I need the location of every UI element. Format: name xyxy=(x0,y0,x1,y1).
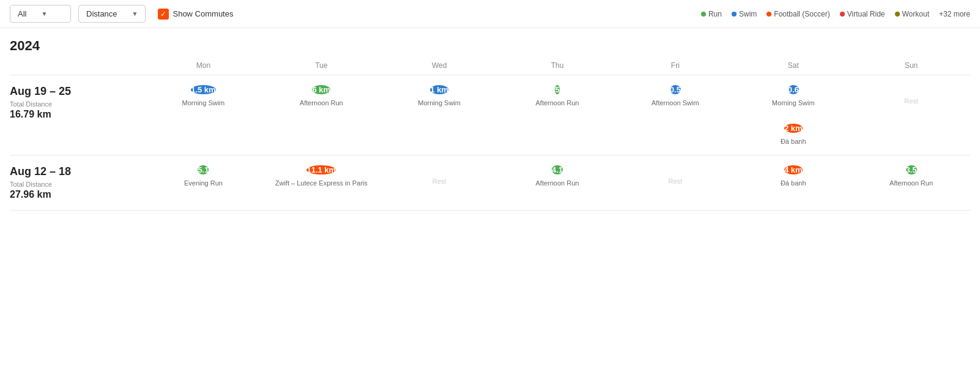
legend-dot-swim xyxy=(732,12,737,17)
chevron-down-icon: ▼ xyxy=(41,10,47,17)
day-cell-1-3: 4.1Afternoon Run xyxy=(499,165,617,187)
day-header-sat: Sat xyxy=(734,59,852,72)
day-cell-0-6: Rest xyxy=(852,85,970,105)
toolbar: All ▼ Distance ▼ ✓ Show Commutes RunSwim… xyxy=(0,0,980,28)
week-info-1: Aug 12 – 18 Total Distance 27.96 km xyxy=(10,165,144,200)
day-header-sun: Sun xyxy=(852,59,970,72)
activity-label-0-4: Afternoon Swim xyxy=(651,99,699,107)
activity-bubble-1-0[interactable]: 5.1 xyxy=(198,165,209,174)
activity-label-1-5: Đá banh xyxy=(781,179,806,187)
day-cell-0-4: 0.5Afternoon Swim xyxy=(616,85,734,107)
day-cell-1-5: 4 kmĐá banh xyxy=(734,165,852,187)
day-cell-1-0: 5.1Evening Run xyxy=(144,165,262,187)
activity-bubble-0-3[interactable]: 5 xyxy=(555,85,559,94)
day-cell-0-0: 1.5 kmMorning Swim xyxy=(144,85,262,107)
show-commutes-label: Show Commutes xyxy=(173,9,233,18)
day-cell-1-6: 3.5Afternoon Run xyxy=(852,165,970,187)
activity-bubble-1-1[interactable]: 11.1 km xyxy=(306,165,336,174)
rest-label-0-6: Rest xyxy=(904,85,918,105)
week-info-0: Aug 19 – 25 Total Distance 16.79 km xyxy=(10,85,144,120)
activity-label-1-6: Afternoon Run xyxy=(889,179,933,187)
legend-item-run: Run xyxy=(701,10,722,18)
activity-bubble-1-6[interactable]: 3.5 xyxy=(906,165,917,174)
filter-all-label: All xyxy=(18,9,26,18)
activity-label-0-1: Afternoon Run xyxy=(300,99,343,107)
week-row-0: Aug 19 – 25 Total Distance 16.79 km 1.5 … xyxy=(10,85,970,145)
filter-all-dropdown[interactable]: All ▼ xyxy=(10,5,71,23)
rest-label-1-4: Rest xyxy=(669,165,683,185)
legend-label-virtual_ride: Virtual Ride xyxy=(847,10,885,18)
legend-dot-workout xyxy=(895,12,900,17)
activity-bubble-0-1[interactable]: 6 km xyxy=(312,85,330,94)
day-cell-0-2: 1 kmMorning Swim xyxy=(380,85,499,107)
activity-bubble-0-5[interactable]: 0.6 xyxy=(788,85,799,94)
activity-label-1-3: Afternoon Run xyxy=(536,179,579,187)
activity-label-0-0: Morning Swim xyxy=(182,99,225,107)
legend-dot-virtual_ride xyxy=(840,12,845,17)
day-header-tue: Tue xyxy=(262,59,380,72)
day-cell-1-1: 11.1 kmZwift – Lutece Express in Paris xyxy=(262,165,380,187)
day-header-mon: Mon xyxy=(144,59,262,72)
day-cell-0-5: 0.6Morning Swim2 kmĐá banh xyxy=(734,85,852,145)
show-commutes-toggle[interactable]: ✓ Show Commutes xyxy=(158,9,233,20)
week-range-0: Aug 19 – 25 xyxy=(10,85,135,98)
chevron-down-icon: ▼ xyxy=(132,10,138,17)
legend-item-workout: Workout xyxy=(895,10,929,18)
total-distance-label-0: Total Distance xyxy=(10,100,135,108)
total-distance-label-1: Total Distance xyxy=(10,181,135,188)
day-header-wed: Wed xyxy=(380,59,499,72)
legend-item-virtual_ride: Virtual Ride xyxy=(840,10,885,18)
legend-dot-run xyxy=(701,12,706,17)
legend-label-run: Run xyxy=(708,10,722,18)
year-label: 2024 xyxy=(10,28,970,59)
checkbox-checked-icon: ✓ xyxy=(158,9,169,20)
day-header-fri: Fri xyxy=(616,59,734,72)
day-cell-1-2: Rest xyxy=(380,165,499,185)
day-cell-0-3: 5Afternoon Run xyxy=(499,85,617,107)
activity-bubble-1-3[interactable]: 4.1 xyxy=(552,165,563,174)
day-cell-1-4: Rest xyxy=(616,165,734,185)
activity-label2-0-5: Đá banh xyxy=(781,138,806,145)
legend-item-football: Football (Soccer) xyxy=(767,10,830,18)
activity-label-0-2: Morning Swim xyxy=(418,99,461,107)
day-cell-0-1: 6 kmAfternoon Run xyxy=(262,85,380,107)
week-range-1: Aug 12 – 18 xyxy=(10,165,135,178)
week-section-1: Aug 12 – 18 Total Distance 27.96 km 5.1E… xyxy=(10,155,970,211)
activity-label-0-5: Morning Swim xyxy=(772,99,815,107)
activity-bubble-0-0[interactable]: 1.5 km xyxy=(191,85,215,94)
week-info-header xyxy=(10,59,144,72)
week-row-1: Aug 12 – 18 Total Distance 27.96 km 5.1E… xyxy=(10,165,970,200)
activity-bubble-0-4[interactable]: 0.5 xyxy=(670,85,681,94)
legend-label-football: Football (Soccer) xyxy=(774,10,830,18)
weeks-container: Aug 19 – 25 Total Distance 16.79 km 1.5 … xyxy=(10,75,970,211)
rest-label-1-2: Rest xyxy=(432,165,447,185)
filter-distance-dropdown[interactable]: Distance ▼ xyxy=(78,5,146,23)
activity-bubble-1-5[interactable]: 4 km xyxy=(784,165,803,174)
legend-more-badge[interactable]: +32 more xyxy=(939,10,970,18)
activity-label-0-3: Afternoon Run xyxy=(536,99,579,107)
day-headers-row: MonTueWedThuFriSatSun xyxy=(10,59,970,75)
legend-item-swim: Swim xyxy=(732,10,757,18)
activity-label-1-1: Zwift – Lutece Express in Paris xyxy=(275,179,368,187)
legend-label-workout: Workout xyxy=(902,10,929,18)
calendar-container: 2024 MonTueWedThuFriSatSun Aug 19 – 25 T… xyxy=(0,28,980,211)
activity-label-1-0: Evening Run xyxy=(184,179,223,187)
total-distance-value-0: 16.79 km xyxy=(10,109,135,120)
filter-distance-label: Distance xyxy=(86,9,117,18)
day-header-thu: Thu xyxy=(499,59,617,72)
activity-bubble2-0-5[interactable]: 2 km xyxy=(784,124,803,133)
legend: RunSwimFootball (Soccer)Virtual RideWork… xyxy=(701,10,970,18)
activity-bubble-0-2[interactable]: 1 km xyxy=(430,85,448,94)
legend-label-swim: Swim xyxy=(739,10,757,18)
total-distance-value-1: 27.96 km xyxy=(10,189,135,200)
week-section-0: Aug 19 – 25 Total Distance 16.79 km 1.5 … xyxy=(10,75,970,155)
legend-dot-football xyxy=(767,12,771,17)
